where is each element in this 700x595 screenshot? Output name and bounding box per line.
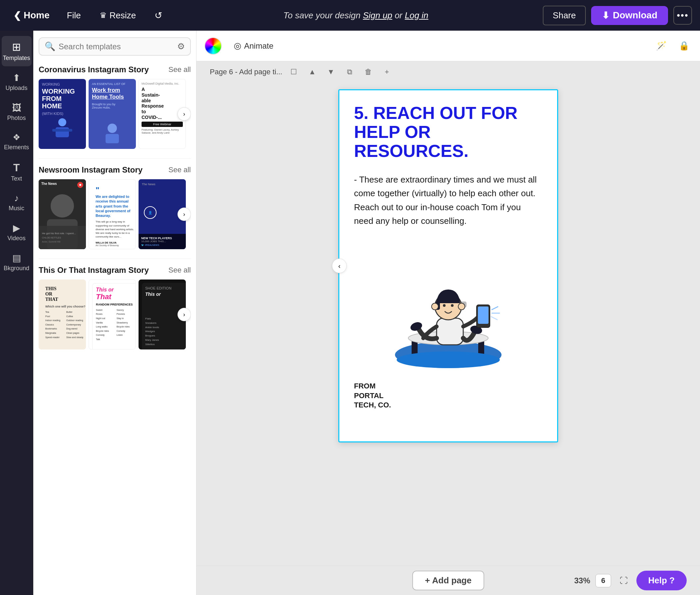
elements-icon: ❖	[13, 132, 20, 143]
page-footer: FROM PORTAL TECH, CO.	[354, 381, 543, 410]
share-button[interactable]: Share	[543, 6, 586, 25]
animate-icon: ◎	[234, 40, 241, 51]
more-options-button[interactable]: •••	[673, 6, 692, 25]
sidebar-item-elements[interactable]: ❖ Elements	[2, 128, 32, 155]
svg-rect-2	[52, 129, 72, 132]
svg-point-30	[443, 304, 445, 307]
page-heading[interactable]: 5. REACH OUT FOR HELP OR RESOURCES.	[354, 104, 543, 161]
undo-button[interactable]: ↺	[148, 7, 169, 24]
coronavirus-section-header: Coronavirus Instagram Story See all	[39, 65, 191, 74]
svg-line-25	[492, 307, 498, 310]
newsroom-see-all[interactable]: See all	[169, 166, 191, 174]
svg-rect-1	[56, 127, 69, 137]
newsroom-section-header: Newsroom Instagram Story See all	[39, 165, 191, 175]
sidebar-item-text[interactable]: T Text	[2, 157, 32, 187]
fullscreen-icon: ⛶	[620, 576, 628, 585]
magic-wand-icon: 🪄	[656, 40, 667, 51]
svg-point-32	[432, 303, 438, 310]
template-card-tot2[interactable]: This orThat RANDOM PREFERENCES SweetRose…	[89, 280, 136, 349]
canvas-scroll[interactable]: ‹ 5. REACH OUT FOR HELP OR RESOURCES. - …	[197, 83, 700, 566]
thisorthat-template-grid: THISORTHAT Which one will you choose? Te…	[39, 280, 191, 349]
sidebar-item-bkground[interactable]: ▤ Bkground	[2, 248, 32, 277]
template-card-news1[interactable]: The News He got his first role. I spent.…	[39, 179, 86, 249]
text-icon: T	[13, 162, 20, 174]
add-page-inline-button[interactable]: +	[380, 65, 394, 79]
signup-link[interactable]: Sign up	[363, 10, 392, 20]
page-body-text[interactable]: - These are extraordinary times and we m…	[354, 173, 543, 228]
svg-point-33	[458, 303, 465, 310]
template-card-wfh[interactable]: WORKING WORKING FROM HOME (WITH KIDS)	[39, 79, 86, 149]
svg-point-0	[58, 118, 66, 126]
add-page-button[interactable]: + Add page	[412, 571, 484, 590]
search-bar: 🔍 ⚙	[39, 37, 191, 56]
canvas-area: ◎ Animate 🪄 🔒 Page 6 - Add page ti... ☐ …	[197, 31, 700, 595]
svg-rect-4	[106, 134, 119, 143]
search-input[interactable]	[59, 42, 174, 51]
animate-button[interactable]: ◎ Animate	[229, 38, 279, 54]
duplicate-page-button[interactable]: ⧉	[342, 65, 357, 79]
icon-sidebar: ⊞ Templates ⬆ Uploads 🖼 Photos ❖ Element…	[0, 31, 33, 595]
svg-point-6	[51, 194, 74, 218]
svg-point-3	[108, 123, 117, 133]
canvas-toolbar: ◎ Animate 🪄 🔒	[197, 31, 700, 61]
svg-point-34	[397, 351, 500, 368]
page-up-button[interactable]: ▲	[305, 65, 320, 79]
work-tools-illustration	[100, 119, 124, 146]
main-layout: ⊞ Templates ⬆ Uploads 🖼 Photos ❖ Element…	[0, 31, 700, 595]
page-title: Page 6 - Add page ti...	[210, 67, 283, 76]
template-card-work-tools[interactable]: AN ESSENTIAL LIST OF Work from Home Tool…	[89, 79, 136, 149]
page-notes-button[interactable]: ☐	[286, 65, 301, 79]
canvas-page: ‹ 5. REACH OUT FOR HELP OR RESOURCES. - …	[338, 89, 558, 443]
collapse-panel-button[interactable]: ‹	[332, 258, 347, 273]
fullscreen-button[interactable]: ⛶	[616, 573, 631, 588]
newsroom-next-arrow[interactable]: ›	[177, 207, 191, 221]
help-button[interactable]: Help ?	[636, 571, 687, 590]
templates-panel: 🔍 ⚙ Coronavirus Instagram Story See all …	[33, 31, 197, 595]
magic-wand-button[interactable]: 🪄	[653, 38, 669, 54]
color-orb[interactable]	[204, 37, 222, 55]
file-menu[interactable]: File	[60, 8, 88, 23]
save-prompt: To save your design Sign up or Log in	[174, 10, 537, 21]
template-card-tot1[interactable]: THISORTHAT Which one will you choose? Te…	[39, 280, 86, 349]
coronavirus-next-arrow[interactable]: ›	[177, 107, 191, 121]
thisorthat-section-header: This Or That Instagram Story See all	[39, 265, 191, 275]
svg-text:CHLOE KETTLES: CHLOE KETTLES	[42, 236, 61, 239]
lock-icon: 🔒	[679, 40, 689, 51]
zoom-level: 33%	[574, 576, 590, 585]
sidebar-item-music[interactable]: ♪ Music	[2, 188, 32, 217]
top-nav: ❮ Home File ♛ Resize ↺ To save your desi…	[0, 0, 700, 31]
coronavirus-section-title: Coronavirus Instagram Story	[39, 65, 149, 74]
back-button[interactable]: ❮ Home	[8, 7, 55, 24]
uploads-icon: ⬆	[13, 72, 20, 83]
thisorthat-next-arrow[interactable]: ›	[177, 308, 191, 321]
coronavirus-see-all[interactable]: See all	[169, 65, 191, 74]
person-phone-illustration	[385, 242, 512, 368]
page-illustration	[354, 242, 543, 368]
photos-icon: 🖼	[12, 102, 21, 113]
login-link[interactable]: Log in	[405, 10, 428, 20]
newsroom-template-grid: The News He got his first role. I spent.…	[39, 179, 191, 249]
resize-label: Resize	[110, 10, 136, 21]
delete-page-button[interactable]: 🗑	[361, 65, 376, 79]
resize-menu[interactable]: ♛ Resize	[93, 8, 143, 23]
file-label: File	[67, 10, 81, 21]
sidebar-item-photos[interactable]: 🖼 Photos	[2, 97, 32, 126]
page-down-button[interactable]: ▼	[324, 65, 338, 79]
download-button[interactable]: ⬇ Download	[591, 6, 668, 25]
svg-rect-20	[437, 318, 463, 345]
news1-person-illustration: He got his first role. I spent... CHLOE …	[39, 179, 86, 249]
footer-text: FROM PORTAL TECH, CO.	[354, 381, 543, 410]
undo-icon: ↺	[154, 10, 162, 21]
sidebar-item-videos[interactable]: ▶ Videos	[2, 218, 32, 247]
coronavirus-template-grid: WORKING WORKING FROM HOME (WITH KIDS) AN…	[39, 79, 191, 149]
bottom-bar: + Add page 33% 6 ⛶ Help ?	[197, 566, 700, 595]
lock-button[interactable]: 🔒	[676, 38, 692, 54]
svg-text:He got his first role. I spent: He got his first role. I spent...	[42, 232, 76, 235]
videos-icon: ▶	[13, 223, 20, 233]
search-icon: 🔍	[45, 41, 55, 52]
template-card-news2[interactable]: " We are delighted to receive this annua…	[89, 179, 136, 249]
thisorthat-see-all[interactable]: See all	[169, 266, 191, 275]
filter-icon[interactable]: ⚙	[177, 41, 185, 52]
sidebar-item-uploads[interactable]: ⬆ Uploads	[2, 67, 32, 96]
sidebar-item-templates[interactable]: ⊞ Templates	[2, 36, 32, 66]
